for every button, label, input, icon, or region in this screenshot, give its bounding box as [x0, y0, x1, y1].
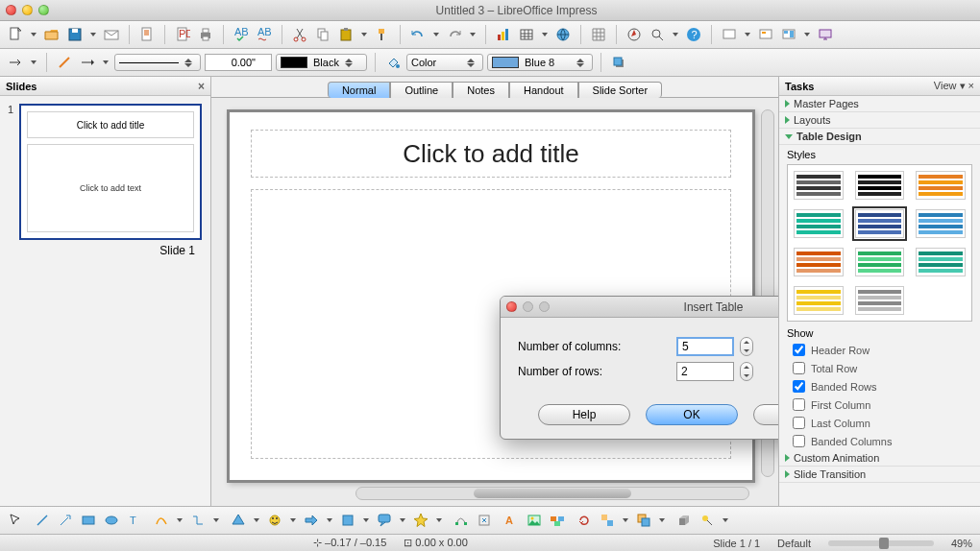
basic-shapes-tool[interactable]: [229, 511, 248, 530]
print-button[interactable]: [196, 25, 215, 44]
shadow-button[interactable]: [609, 53, 628, 72]
horizontal-scrollbar[interactable]: [355, 487, 749, 500]
close-icon[interactable]: ×: [198, 80, 205, 93]
arrow-style-dropdown[interactable]: [29, 53, 38, 72]
new-document-button[interactable]: [6, 25, 25, 44]
save-button[interactable]: [65, 25, 85, 44]
close-icon[interactable]: [506, 301, 517, 312]
table-style-7[interactable]: [855, 248, 905, 276]
auto-spellcheck-button[interactable]: ABC: [255, 25, 274, 44]
rectangle-tool[interactable]: [79, 511, 98, 530]
rotate-tool[interactable]: [575, 511, 594, 530]
slide-button[interactable]: [720, 25, 739, 44]
tab-slide-sorter[interactable]: Slide Sorter: [578, 82, 662, 98]
chart-button[interactable]: [494, 25, 513, 44]
section-master-pages[interactable]: Master Pages: [779, 96, 980, 112]
points-tool[interactable]: [452, 511, 471, 530]
line-width-input[interactable]: 0.00": [205, 54, 272, 71]
align-tool[interactable]: [598, 511, 617, 530]
check-banded-columns[interactable]: Banded Columns: [779, 432, 980, 450]
email-button[interactable]: [102, 25, 121, 44]
cancel-button[interactable]: Cancel: [753, 404, 778, 425]
slide-design-button[interactable]: [756, 25, 775, 44]
arrow-style-button[interactable]: [6, 53, 25, 72]
copy-button[interactable]: [313, 25, 332, 44]
tab-handout[interactable]: Handout: [509, 82, 578, 98]
paste-button[interactable]: [336, 25, 355, 44]
gallery-tool[interactable]: [548, 511, 567, 530]
text-tool[interactable]: T: [125, 511, 144, 530]
check-total-row[interactable]: Total Row: [779, 359, 980, 377]
tab-outline[interactable]: Outline: [390, 82, 453, 98]
open-button[interactable]: [42, 25, 61, 44]
columns-input[interactable]: [676, 337, 734, 356]
table-style-5[interactable]: [916, 209, 966, 238]
glue-points-tool[interactable]: [475, 511, 494, 530]
curve-tool[interactable]: [152, 511, 171, 530]
line-color-select[interactable]: Black: [276, 54, 367, 71]
edit-file-button[interactable]: [137, 25, 157, 44]
new-document-dropdown[interactable]: [29, 25, 38, 44]
redo-button[interactable]: [445, 25, 464, 44]
zoom-icon[interactable]: [38, 5, 49, 15]
help-button[interactable]: Help: [538, 404, 630, 425]
fill-mode-select[interactable]: Color: [406, 54, 483, 71]
flowchart-tool[interactable]: [338, 511, 357, 530]
rows-input[interactable]: [676, 362, 734, 381]
line-style-select[interactable]: [114, 54, 201, 71]
title-placeholder[interactable]: Click to add title: [251, 130, 731, 178]
table-button[interactable]: [517, 25, 536, 44]
cut-button[interactable]: [290, 25, 309, 44]
section-table-design[interactable]: Table Design: [779, 129, 980, 145]
table-style-2[interactable]: [916, 171, 966, 200]
table-style-1[interactable]: [855, 171, 905, 200]
table-style-9[interactable]: [794, 286, 844, 315]
close-icon[interactable]: [6, 5, 16, 15]
presentation-button[interactable]: [816, 25, 835, 44]
paste-dropdown[interactable]: [359, 25, 369, 44]
rows-stepper[interactable]: [740, 362, 753, 381]
slide-layout-button[interactable]: [779, 25, 798, 44]
interaction-tool[interactable]: [698, 511, 717, 530]
slides-list[interactable]: 1 Click to add title Click to add text S…: [0, 96, 210, 506]
callouts-tool[interactable]: [375, 511, 394, 530]
symbol-shapes-tool[interactable]: [265, 511, 284, 530]
tab-notes[interactable]: Notes: [453, 82, 509, 98]
arrange-tool[interactable]: [634, 511, 653, 530]
section-custom-animation[interactable]: Custom Animation: [779, 450, 980, 467]
table-style-3[interactable]: [794, 209, 844, 238]
check-first-column[interactable]: First Column: [779, 395, 980, 414]
table-style-6[interactable]: [794, 248, 844, 276]
format-paintbrush-button[interactable]: [373, 25, 392, 44]
save-dropdown[interactable]: [88, 25, 98, 44]
columns-stepper[interactable]: [740, 337, 753, 356]
connector-tool[interactable]: [188, 511, 208, 530]
minimize-icon[interactable]: [22, 5, 33, 15]
from-file-tool[interactable]: [525, 511, 544, 530]
check-header-row[interactable]: Header Row: [779, 341, 980, 359]
slide-dropdown[interactable]: [743, 25, 752, 44]
fill-color-select[interactable]: Blue 8: [487, 54, 593, 71]
table-style-0[interactable]: [794, 171, 844, 200]
check-last-column[interactable]: Last Column: [779, 414, 980, 432]
export-pdf-button[interactable]: PDF: [173, 25, 192, 44]
line-arrow-tool[interactable]: [56, 511, 75, 530]
grid-button[interactable]: [589, 25, 608, 44]
stars-tool[interactable]: [411, 511, 430, 530]
fontwork-tool[interactable]: A: [502, 511, 521, 530]
block-arrows-tool[interactable]: [302, 511, 321, 530]
spellcheck-button[interactable]: ABC: [232, 25, 251, 44]
section-slide-transition[interactable]: Slide Transition: [779, 467, 980, 483]
slide-layout-dropdown[interactable]: [802, 25, 812, 44]
line-style-button[interactable]: [55, 53, 74, 72]
line-tool[interactable]: [33, 511, 52, 530]
ellipse-tool[interactable]: [102, 511, 121, 530]
zoom-dropdown[interactable]: [671, 25, 680, 44]
slide-thumbnail-1[interactable]: 1 Click to add title Click to add text: [8, 104, 203, 240]
line-end-button[interactable]: [78, 53, 97, 72]
extrusion-tool[interactable]: [674, 511, 694, 530]
tasks-view-menu[interactable]: View ▾ ×: [934, 80, 974, 92]
section-layouts[interactable]: Layouts: [779, 112, 980, 129]
area-fill-button[interactable]: [383, 53, 403, 72]
table-style-4[interactable]: [855, 209, 905, 238]
